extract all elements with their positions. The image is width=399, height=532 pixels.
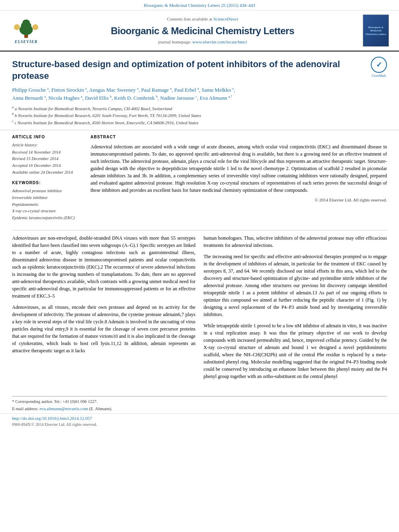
author-eva: Eva Altmann [200, 95, 228, 101]
affiliation-b: b b Novartis Institute for Biomedical Re… [12, 112, 387, 119]
main-text-section: Adenoviruses are non-enveloped, double-s… [0, 234, 399, 392]
text-column-left: Adenoviruses are non-enveloped, double-s… [12, 234, 195, 384]
article-header: ✓ CrossMark Structure-based design and o… [0, 51, 399, 130]
cover-thumbnail: Bioorganic & Medicinal Chemistry Letters [363, 14, 389, 47]
accepted-date: Accepted 16 December 2014 [12, 163, 82, 169]
keyword-1: Adenoviral protease inhibitor [12, 188, 82, 194]
journal-title: Bioorganic & Medicinal Chemistry Letters [52, 24, 353, 38]
author-samu: Samu Melkko [202, 87, 232, 93]
abstract-text: Adenoviral infections are associated wit… [90, 143, 387, 194]
author-nicola: Nicola Hughes [48, 95, 81, 101]
keyword-2: Irreversible inhibitor [12, 195, 82, 201]
keywords-section: Keywords: Adenoviral protease inhibitor … [12, 180, 82, 221]
keywords-title: Keywords: [12, 180, 82, 186]
elsevier-logo: ELSEVIER [8, 17, 44, 45]
corresponding-author-note: * Corresponding author. Tel.: +41 (0)61 … [12, 399, 387, 405]
journal-citation-text: Bioorganic & Medicinal Chemistry Letters… [144, 3, 255, 8]
svg-point-4 [14, 24, 20, 30]
author-philipp: Philipp Grosche [12, 87, 47, 93]
author-anna: Anna Bernardi [12, 95, 44, 101]
journal-homepage: journal homepage: www.elsevier.com/locat… [52, 39, 353, 45]
author-finton: Finton Sirockin [51, 87, 85, 93]
footer-bar: http://dx.doi.org/10.1016/j.bmcl.2014.12… [0, 413, 399, 429]
available-date: Available online 24 December 2014 [12, 170, 82, 176]
section-divider [12, 230, 387, 230]
keyword-4: X-ray co-crystal structure [12, 208, 82, 214]
elsevier-tree-icon [10, 17, 42, 39]
abstract-section: ABSTRACT Adenoviral infections are assoc… [90, 134, 387, 222]
authors-list: Philipp Grosche a, Finton Sirockin a, Ae… [12, 86, 387, 103]
elsevier-brand-text: ELSEVIER [15, 39, 38, 45]
crossmark-icon: ✓ [371, 57, 387, 73]
article-info-title: ARTICLE INFO [12, 134, 82, 140]
sciencedirect-label: Contents lists available at ScienceDirec… [52, 16, 353, 22]
keyword-5: Epidemic keratoconjunctivitis (EKC) [12, 215, 82, 221]
crossmark-badge: ✓ CrossMark [371, 57, 387, 78]
paragraph-2: Adenoviruses, as all viruses, encode the… [12, 304, 195, 354]
author-david: David Ellis [85, 95, 110, 101]
text-column-right: human homologues. Thus, selective inhibi… [204, 234, 387, 384]
author-keith: Keith D. Combrink [114, 95, 156, 101]
sciencedirect-link[interactable]: ScienceDirect [213, 16, 238, 21]
keyword-3: Peptidomimetic [12, 202, 82, 208]
affiliations: a a Novartis Institute for Biomedical Re… [12, 105, 387, 126]
journal-citation-bar: Bioorganic & Medicinal Chemistry Letters… [0, 0, 399, 10]
homepage-link[interactable]: www.elsevier.com/locate/bmcl [192, 39, 247, 44]
author-nadine: Nadine Jarousse [160, 95, 195, 101]
article-info-panel: ARTICLE INFO Article history: Received 1… [12, 134, 82, 222]
author-paul-e: Paul Erbel [174, 87, 197, 93]
svg-point-3 [23, 19, 30, 25]
received-date: Received 14 November 2014 [12, 150, 82, 156]
abstract-title: ABSTRACT [90, 134, 387, 140]
email-note: E-mail address: eva.altmann@novartis.com… [12, 406, 387, 412]
author-email-link[interactable]: eva.altmann@novartis.com [39, 406, 88, 411]
article-body: ARTICLE INFO Article history: Received 1… [0, 130, 399, 226]
paragraph-3: human homologues. Thus, selective inhibi… [204, 234, 387, 249]
paragraph-1: Adenoviruses are non-enveloped, double-s… [12, 234, 195, 300]
author-paul-r: Paul Ramage [141, 87, 170, 93]
journal-header: ELSEVIER Contents lists available at Sci… [0, 10, 399, 51]
article-history-label: Article history: [12, 142, 82, 148]
svg-point-5 [33, 24, 39, 30]
author-aengus: Aengus Mac Sweeney [89, 87, 137, 93]
journal-center: Contents lists available at ScienceDirec… [44, 16, 361, 45]
paragraph-5: While tetrapeptide nitrile 1 proved to b… [204, 322, 387, 380]
revised-date: Revised 15 December 2014 [12, 156, 82, 162]
paragraph-4: The increasing need for specific and eff… [204, 253, 387, 318]
affiliation-c: c c Novartis Institute for Biomedical Re… [12, 119, 387, 126]
issn-text: 0960-894X/© 2014 Elsevier Ltd. All right… [12, 422, 97, 427]
copyright-notice: © 2014 Elsevier Ltd. All rights reserved… [90, 197, 387, 203]
footnotes-section: * Corresponding author. Tel.: +41 (0)61 … [12, 396, 387, 412]
affiliation-a: a a Novartis Institute for Biomedical Re… [12, 105, 387, 112]
article-title: Structure-based design and optimization … [12, 59, 387, 82]
doi-link[interactable]: http://dx.doi.org/10.1016/j.bmcl.2014.12… [12, 416, 92, 421]
journal-cover-image: Bioorganic & Medicinal Chemistry Letters [361, 14, 391, 47]
